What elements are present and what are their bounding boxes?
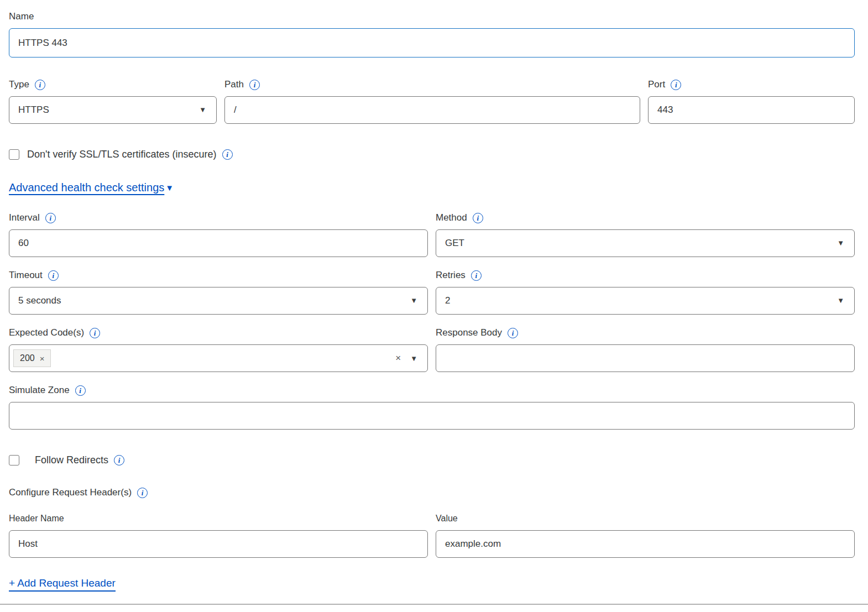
type-select[interactable]: HTTPS ▼ bbox=[9, 96, 217, 124]
timeout-select[interactable]: 5 seconds ▼ bbox=[9, 287, 428, 315]
ssl-verify-label-text: Don't verify SSL/TLS certificates (insec… bbox=[27, 149, 217, 160]
clear-all-icon[interactable]: × bbox=[395, 353, 401, 364]
retries-info-icon[interactable]: i bbox=[471, 270, 482, 281]
method-label: Method i bbox=[436, 211, 855, 224]
interval-info-icon[interactable]: i bbox=[45, 213, 56, 223]
simulate-zone-label: Simulate Zone i bbox=[9, 384, 855, 397]
path-input[interactable] bbox=[224, 96, 640, 124]
ssl-verify-checkbox[interactable] bbox=[9, 149, 19, 160]
retries-field-group: Retries i 2 ▼ bbox=[436, 269, 855, 315]
name-label-text: Name bbox=[9, 10, 34, 23]
response-body-label-text: Response Body bbox=[436, 326, 502, 339]
header-name-label: Header Name bbox=[9, 512, 428, 525]
follow-redirects-checkbox[interactable] bbox=[9, 455, 19, 465]
ssl-verify-label: Don't verify SSL/TLS certificates (insec… bbox=[27, 149, 233, 160]
bottom-divider bbox=[0, 604, 868, 605]
retries-select[interactable]: 2 ▼ bbox=[436, 287, 855, 315]
advanced-caret-down-icon[interactable]: ▼ bbox=[165, 184, 174, 192]
expected-codes-label-text: Expected Code(s) bbox=[9, 326, 84, 339]
type-field-group: Type i HTTPS ▼ bbox=[9, 78, 217, 124]
follow-redirects-info-icon[interactable]: i bbox=[114, 455, 124, 465]
interval-field-group: Interval i bbox=[9, 211, 428, 257]
tag-remove-icon[interactable]: × bbox=[40, 354, 45, 363]
type-select-value: HTTPS bbox=[18, 104, 49, 116]
request-headers-section-label: Configure Request Header(s) i bbox=[9, 486, 855, 499]
interval-label: Interval i bbox=[9, 211, 428, 224]
timeout-label: Timeout i bbox=[9, 269, 428, 282]
type-label-text: Type bbox=[9, 78, 29, 91]
expected-codes-info-icon[interactable]: i bbox=[90, 328, 100, 338]
header-value-label: Value bbox=[436, 512, 855, 525]
interval-method-row: Interval i Method i GET ▼ bbox=[9, 211, 855, 257]
simulate-zone-info-icon[interactable]: i bbox=[75, 385, 86, 396]
port-field-group: Port i bbox=[648, 78, 855, 124]
request-headers-section-text: Configure Request Header(s) bbox=[9, 486, 132, 499]
add-request-header-link[interactable]: + Add Request Header bbox=[9, 577, 116, 592]
port-input[interactable] bbox=[648, 96, 855, 124]
chevron-down-icon: ▼ bbox=[837, 296, 844, 305]
timeout-field-group: Timeout i 5 seconds ▼ bbox=[9, 269, 428, 315]
header-value-field-group: Value bbox=[436, 512, 855, 558]
health-check-form: Name Type i HTTPS ▼ Path i Port i bbox=[0, 0, 868, 605]
request-headers-info-icon[interactable]: i bbox=[137, 488, 148, 498]
retries-select-value: 2 bbox=[445, 295, 450, 306]
simulate-zone-label-text: Simulate Zone bbox=[9, 384, 70, 397]
type-label: Type i bbox=[9, 78, 217, 91]
simulate-zone-field-group: Simulate Zone i bbox=[9, 384, 855, 430]
codes-body-row: Expected Code(s) i 200 × × ▼ Response Bo… bbox=[9, 326, 855, 372]
port-label-text: Port bbox=[648, 78, 665, 91]
method-field-group: Method i GET ▼ bbox=[436, 211, 855, 257]
multiselect-controls: × ▼ bbox=[395, 353, 417, 364]
follow-redirects-label-text: Follow Redirects bbox=[35, 454, 108, 466]
ssl-verify-row: Don't verify SSL/TLS certificates (insec… bbox=[9, 149, 855, 160]
response-body-label: Response Body i bbox=[436, 326, 855, 339]
retries-label-text: Retries bbox=[436, 269, 466, 282]
retries-label: Retries i bbox=[436, 269, 855, 282]
name-label: Name bbox=[9, 10, 855, 23]
chevron-down-icon: ▼ bbox=[837, 239, 844, 247]
header-value-input[interactable] bbox=[436, 530, 855, 558]
expected-code-tag-text: 200 bbox=[20, 353, 35, 363]
method-info-icon[interactable]: i bbox=[473, 213, 483, 223]
method-select[interactable]: GET ▼ bbox=[436, 229, 855, 257]
interval-input[interactable] bbox=[9, 229, 428, 257]
timeout-label-text: Timeout bbox=[9, 269, 43, 282]
type-path-port-row: Type i HTTPS ▼ Path i Port i bbox=[9, 78, 855, 124]
chevron-down-icon: ▼ bbox=[410, 296, 417, 305]
response-body-input[interactable] bbox=[436, 344, 855, 372]
expected-code-tag: 200 × bbox=[13, 349, 51, 367]
chevron-down-icon: ▼ bbox=[199, 106, 206, 114]
chevron-down-icon[interactable]: ▼ bbox=[410, 354, 417, 363]
port-info-icon[interactable]: i bbox=[671, 80, 681, 90]
expected-codes-multiselect[interactable]: 200 × × ▼ bbox=[9, 344, 428, 372]
name-input[interactable] bbox=[9, 28, 855, 57]
expected-codes-field-group: Expected Code(s) i 200 × × ▼ bbox=[9, 326, 428, 372]
response-body-field-group: Response Body i bbox=[436, 326, 855, 372]
path-field-group: Path i bbox=[224, 78, 640, 124]
timeout-select-value: 5 seconds bbox=[18, 295, 61, 306]
type-info-icon[interactable]: i bbox=[35, 80, 45, 90]
expected-codes-label: Expected Code(s) i bbox=[9, 326, 428, 339]
name-field-group: Name bbox=[9, 10, 855, 57]
response-body-info-icon[interactable]: i bbox=[508, 328, 518, 338]
follow-redirects-row: Follow Redirects i bbox=[9, 454, 855, 466]
interval-label-text: Interval bbox=[9, 211, 40, 224]
follow-redirects-label: Follow Redirects i bbox=[35, 454, 124, 466]
path-info-icon[interactable]: i bbox=[249, 80, 260, 90]
header-row: Header Name Value bbox=[9, 512, 855, 558]
advanced-settings-row: Advanced health check settings ▼ bbox=[9, 181, 855, 194]
path-label-text: Path bbox=[224, 78, 244, 91]
port-label: Port i bbox=[648, 78, 855, 91]
simulate-zone-input[interactable] bbox=[9, 402, 855, 430]
timeout-retries-row: Timeout i 5 seconds ▼ Retries i 2 ▼ bbox=[9, 269, 855, 315]
method-select-value: GET bbox=[445, 238, 464, 249]
ssl-verify-info-icon[interactable]: i bbox=[222, 149, 233, 160]
advanced-settings-link[interactable]: Advanced health check settings bbox=[9, 181, 164, 194]
method-label-text: Method bbox=[436, 211, 467, 224]
path-label: Path i bbox=[224, 78, 640, 91]
timeout-info-icon[interactable]: i bbox=[48, 270, 59, 281]
header-name-input[interactable] bbox=[9, 530, 428, 558]
header-name-field-group: Header Name bbox=[9, 512, 428, 558]
